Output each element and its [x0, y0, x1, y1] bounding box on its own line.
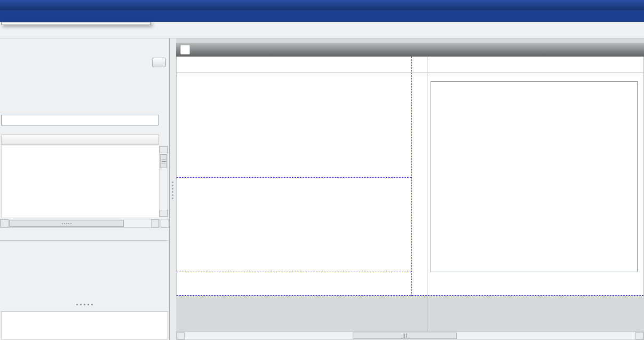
property-table: [0, 240, 170, 241]
activities-icon: [180, 45, 190, 54]
scrollbar-track[interactable]: [9, 219, 151, 227]
thumb-grip: [403, 334, 407, 338]
scrollbar-track[interactable]: [185, 332, 635, 339]
panel-splitter[interactable]: [170, 38, 176, 340]
maximize-button[interactable]: [622, 1, 631, 9]
thumb-grip: [162, 160, 166, 163]
scroll-right-button[interactable]: [151, 219, 159, 227]
window-controls: [611, 1, 642, 9]
horizontal-guide-line: [177, 177, 411, 178]
canvas-horizontal-scrollbar[interactable]: [176, 331, 644, 340]
scrollbar-thumb[interactable]: [160, 154, 167, 168]
scroll-left-button[interactable]: [1, 219, 9, 227]
splitter-grip: [172, 181, 173, 199]
field-list-vertical-scrollbar[interactable]: [159, 146, 168, 217]
field-list-horizontal-scrollbar[interactable]: [0, 219, 160, 228]
field-list: [1, 146, 159, 217]
field-column-header[interactable]: [1, 135, 159, 145]
grid-view-button[interactable]: [161, 219, 169, 228]
bottom-panel: [1, 311, 168, 339]
file-menu: [1, 22, 151, 25]
panel-mini-button[interactable]: [152, 58, 166, 67]
scroll-left-button[interactable]: [177, 332, 185, 339]
vertical-guide-line: [411, 57, 412, 296]
app-window: [0, 0, 644, 340]
thumb-grip: [62, 223, 71, 224]
filter-combobox[interactable]: [1, 115, 158, 125]
tab-baseline: [177, 73, 643, 73]
form-canvas: [176, 57, 644, 296]
form-header: [176, 43, 644, 57]
scroll-down-button[interactable]: [160, 210, 168, 217]
scroll-up-button[interactable]: [160, 146, 168, 153]
left-panel: [0, 38, 170, 340]
empty-subpanel[interactable]: [431, 81, 638, 272]
canvas-bottom-guide-line: [177, 295, 643, 296]
panel-divider-line: [427, 57, 427, 332]
minimize-button[interactable]: [611, 1, 621, 9]
titlebar: [0, 0, 644, 10]
drag-handle-dots[interactable]: [0, 304, 169, 305]
close-button[interactable]: [633, 1, 642, 9]
horizontal-guide-line: [177, 272, 411, 272]
designer-area: [176, 38, 644, 340]
scrollbar-thumb[interactable]: [353, 333, 457, 339]
scroll-right-button[interactable]: [635, 332, 643, 339]
menubar: [0, 10, 644, 22]
scrollbar-thumb[interactable]: [9, 220, 124, 227]
